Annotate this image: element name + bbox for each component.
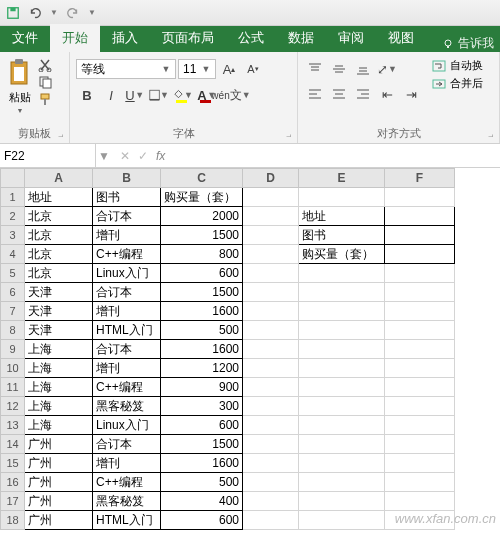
row-header-13[interactable]: 13 xyxy=(1,416,25,435)
cell-B14[interactable]: 合订本 xyxy=(93,435,161,454)
tab-view[interactable]: 视图 xyxy=(376,24,426,52)
cell-B18[interactable]: HTML入门 xyxy=(93,511,161,530)
row-header-1[interactable]: 1 xyxy=(1,188,25,207)
cell-E15[interactable] xyxy=(299,454,385,473)
copy-icon[interactable] xyxy=(38,75,54,89)
cell-C14[interactable]: 1500 xyxy=(161,435,243,454)
col-header-A[interactable]: A xyxy=(25,169,93,188)
orientation-icon[interactable]: ⤢▼ xyxy=(376,58,398,80)
cell-B13[interactable]: Linux入门 xyxy=(93,416,161,435)
cell-F11[interactable] xyxy=(385,378,455,397)
decrease-font-icon[interactable]: A▾ xyxy=(242,58,264,80)
cell-F17[interactable] xyxy=(385,492,455,511)
cell-F10[interactable] xyxy=(385,359,455,378)
cell-F12[interactable] xyxy=(385,397,455,416)
row-header-5[interactable]: 5 xyxy=(1,264,25,283)
name-box[interactable]: F22 xyxy=(0,144,96,167)
row-header-14[interactable]: 14 xyxy=(1,435,25,454)
cell-E8[interactable] xyxy=(299,321,385,340)
cell-F7[interactable] xyxy=(385,302,455,321)
cell-F15[interactable] xyxy=(385,454,455,473)
row-header-15[interactable]: 15 xyxy=(1,454,25,473)
cell-C10[interactable]: 1200 xyxy=(161,359,243,378)
cell-C13[interactable]: 600 xyxy=(161,416,243,435)
cell-D3[interactable] xyxy=(243,226,299,245)
cell-A6[interactable]: 天津 xyxy=(25,283,93,302)
paste-dropdown-icon[interactable]: ▼ xyxy=(17,107,24,114)
cell-E12[interactable] xyxy=(299,397,385,416)
row-header-9[interactable]: 9 xyxy=(1,340,25,359)
cell-B12[interactable]: 黑客秘笈 xyxy=(93,397,161,416)
cell-E14[interactable] xyxy=(299,435,385,454)
align-center-icon[interactable] xyxy=(328,83,350,105)
cell-D10[interactable] xyxy=(243,359,299,378)
redo-icon[interactable] xyxy=(66,6,80,20)
cell-E16[interactable] xyxy=(299,473,385,492)
cell-C11[interactable]: 900 xyxy=(161,378,243,397)
cell-D1[interactable] xyxy=(243,188,299,207)
cell-F14[interactable] xyxy=(385,435,455,454)
tab-file[interactable]: 文件 xyxy=(0,24,50,52)
fill-color-button[interactable]: ▼ xyxy=(172,84,194,106)
cell-E1[interactable] xyxy=(299,188,385,207)
cell-E13[interactable] xyxy=(299,416,385,435)
cell-A13[interactable]: 上海 xyxy=(25,416,93,435)
cell-A9[interactable]: 上海 xyxy=(25,340,93,359)
cell-D2[interactable] xyxy=(243,207,299,226)
cell-B11[interactable]: C++编程 xyxy=(93,378,161,397)
cell-A5[interactable]: 北京 xyxy=(25,264,93,283)
decrease-indent-icon[interactable]: ⇤ xyxy=(376,83,398,105)
cell-A4[interactable]: 北京 xyxy=(25,245,93,264)
cell-C5[interactable]: 600 xyxy=(161,264,243,283)
cell-B1[interactable]: 图书 xyxy=(93,188,161,207)
row-header-11[interactable]: 11 xyxy=(1,378,25,397)
cell-D16[interactable] xyxy=(243,473,299,492)
cell-A3[interactable]: 北京 xyxy=(25,226,93,245)
increase-indent-icon[interactable]: ⇥ xyxy=(400,83,422,105)
cell-E6[interactable] xyxy=(299,283,385,302)
cell-B7[interactable]: 增刊 xyxy=(93,302,161,321)
cell-D7[interactable] xyxy=(243,302,299,321)
underline-button[interactable]: U▼ xyxy=(124,84,146,106)
format-painter-icon[interactable] xyxy=(38,92,54,106)
cut-icon[interactable] xyxy=(38,58,54,72)
row-header-4[interactable]: 4 xyxy=(1,245,25,264)
cell-E10[interactable] xyxy=(299,359,385,378)
row-header-8[interactable]: 8 xyxy=(1,321,25,340)
cell-D18[interactable] xyxy=(243,511,299,530)
cell-D11[interactable] xyxy=(243,378,299,397)
row-header-17[interactable]: 17 xyxy=(1,492,25,511)
tab-layout[interactable]: 页面布局 xyxy=(150,24,226,52)
cell-B6[interactable]: 合订本 xyxy=(93,283,161,302)
cell-F4[interactable] xyxy=(385,245,455,264)
save-icon[interactable] xyxy=(6,6,20,20)
cell-A12[interactable]: 上海 xyxy=(25,397,93,416)
align-top-icon[interactable] xyxy=(304,58,326,80)
cell-C7[interactable]: 1600 xyxy=(161,302,243,321)
cell-A18[interactable]: 广州 xyxy=(25,511,93,530)
row-header-2[interactable]: 2 xyxy=(1,207,25,226)
cell-D15[interactable] xyxy=(243,454,299,473)
cell-A15[interactable]: 广州 xyxy=(25,454,93,473)
cell-A7[interactable]: 天津 xyxy=(25,302,93,321)
cell-C16[interactable]: 500 xyxy=(161,473,243,492)
cell-F1[interactable] xyxy=(385,188,455,207)
col-header-F[interactable]: F xyxy=(385,169,455,188)
cell-C12[interactable]: 300 xyxy=(161,397,243,416)
cell-F2[interactable] xyxy=(385,207,455,226)
cell-B8[interactable]: HTML入门 xyxy=(93,321,161,340)
col-header-B[interactable]: B xyxy=(93,169,161,188)
row-header-6[interactable]: 6 xyxy=(1,283,25,302)
cell-C8[interactable]: 500 xyxy=(161,321,243,340)
align-left-icon[interactable] xyxy=(304,83,326,105)
cell-E5[interactable] xyxy=(299,264,385,283)
border-button[interactable]: ▼ xyxy=(148,84,170,106)
tell-me[interactable]: 告诉我 xyxy=(436,35,500,52)
cell-B15[interactable]: 增刊 xyxy=(93,454,161,473)
cell-D6[interactable] xyxy=(243,283,299,302)
col-header-C[interactable]: C xyxy=(161,169,243,188)
formula-input[interactable] xyxy=(173,144,500,167)
fx-icon[interactable]: fx xyxy=(156,149,165,163)
wrap-text-button[interactable]: 自动换 xyxy=(432,58,483,73)
cell-C9[interactable]: 1600 xyxy=(161,340,243,359)
